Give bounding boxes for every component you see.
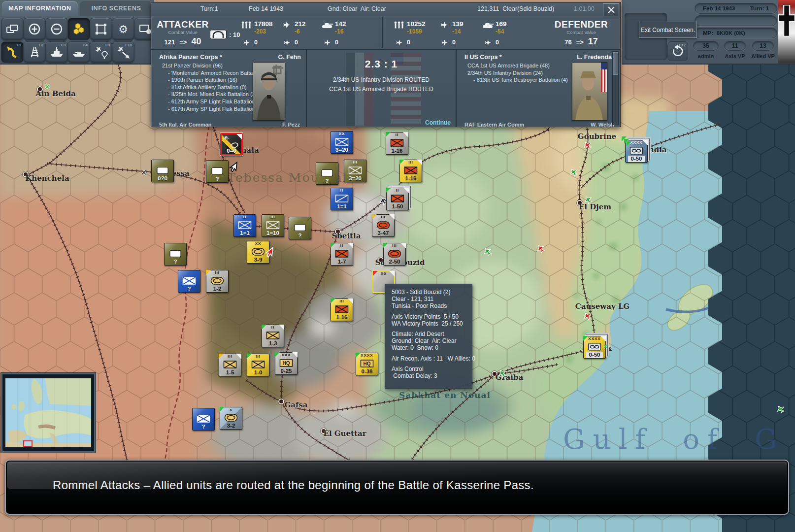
scrollbar[interactable]	[612, 51, 619, 125]
unit-counter[interactable]: XXXHQ0-25	[275, 352, 298, 375]
tooltip-line: Air Recon. Axis : 11 W Allies: 0	[392, 355, 472, 362]
axis-vp-button[interactable]: 11	[724, 41, 746, 51]
supply-ok-corner	[220, 407, 225, 412]
unit-counter[interactable]: III1-16	[331, 299, 353, 321]
unit-counter[interactable]: ?	[289, 217, 311, 239]
tab-map-information[interactable]: MAP INFORMATION	[2, 1, 78, 16]
allied-vp-button[interactable]: 13	[752, 41, 774, 51]
combat-stats-strip: ATTACKER Combat Value 121 => 40 : 10 178…	[151, 16, 620, 49]
admin-button[interactable]: 35	[693, 41, 719, 51]
unit-counter[interactable]: 0?0	[151, 160, 174, 182]
unit-counter[interactable]: x3-2	[220, 407, 242, 430]
stack-corner	[348, 299, 353, 304]
end-turn-button[interactable]: F12	[667, 41, 688, 61]
unit-counter[interactable]: II1=1	[233, 214, 256, 237]
combat-result-line: CCA 1st US Armored Brigade ROUTED	[307, 85, 456, 94]
frame-select-button[interactable]	[90, 18, 112, 40]
scrollbar-thumb[interactable]	[613, 52, 618, 75]
mouse-cursor	[230, 162, 241, 176]
town-label: Ain Beida	[35, 89, 76, 98]
unit-counter[interactable]: II1-3	[262, 325, 284, 347]
frame-select-icon	[95, 23, 107, 35]
defender-commander-portrait	[572, 62, 607, 121]
unit-counter[interactable]: III1-5	[219, 354, 241, 376]
tooltip-line: Axis Control	[392, 366, 472, 372]
defender-cv-label: Combat Value	[548, 30, 614, 35]
unit-counter[interactable]: XXXX0-50✕	[583, 336, 606, 359]
stack-corner	[403, 132, 408, 137]
close-button[interactable]	[603, 3, 619, 16]
supply-ok-corner	[383, 243, 388, 248]
combat-result-line: 2/34th US Infantry Division ROUTED	[307, 75, 456, 85]
unit-counter[interactable]: II1=1	[331, 188, 353, 210]
settings-button[interactable]: ⚙	[112, 18, 134, 40]
zoom-in-icon	[28, 23, 41, 35]
minimap-europe	[5, 378, 91, 447]
attacker-commander-name: G. Fehn	[278, 54, 301, 61]
supply-ok-corner	[331, 243, 335, 248]
supply-ok-corner	[275, 352, 280, 357]
allied-vp-button-label: Allied VP	[751, 53, 775, 59]
unit-counter[interactable]: III1-0	[247, 354, 269, 376]
supply-ok-corner	[399, 160, 404, 165]
unit-counter[interactable]: II1-50	[386, 188, 409, 210]
air-drop-button[interactable]: F9	[90, 41, 112, 63]
unit-counter[interactable]: III1=10	[262, 214, 284, 237]
combat-results-window: Turn:1 Feb 14 1943 Gnd: Clear Air: Clear…	[151, 2, 621, 127]
unit-counter[interactable]: XXXX0-50	[625, 140, 648, 163]
movement-path-button[interactable]: F1	[1, 41, 24, 63]
naval-transport-button[interactable]: F3	[45, 41, 68, 63]
event-message-bar: Rommel Attacks – Allied units are routed…	[5, 460, 789, 515]
axis-phase-banner	[778, 0, 795, 64]
unit-counter[interactable]: -R-0=0	[220, 133, 243, 156]
unit-counter[interactable]: ?	[316, 162, 338, 185]
tooltip-line: WA Victory Points 25 / 250	[392, 320, 472, 327]
tooltip-line	[392, 327, 472, 331]
unit-counter[interactable]: III2-50	[383, 243, 406, 266]
unit-counter[interactable]: II1-16	[386, 132, 408, 155]
unit-counter[interactable]: III3=20	[344, 160, 366, 182]
tab-info-screens[interactable]: INFO SCREENS	[80, 1, 153, 16]
supply-ok-corner	[247, 354, 252, 359]
unit-counter[interactable]: ?	[192, 408, 215, 431]
combat-window-header: Turn:1 Feb 14 1943 Gnd: Clear Air: Clear…	[151, 2, 620, 16]
air-transfer-button[interactable]: F10	[112, 41, 134, 63]
exit-combat-tooltip: Exit Combat Screen.	[639, 22, 697, 38]
stack-corner	[403, 188, 409, 193]
tooltip-line: Water: 0 Snow: 0	[392, 344, 472, 351]
supply-icon	[209, 29, 227, 40]
unit-counter[interactable]: III3-47	[372, 214, 395, 237]
sea-movement-button[interactable]: F4	[67, 41, 90, 63]
town-label: Goubrine	[578, 132, 616, 141]
attacker-commander-portrait	[253, 62, 285, 121]
svg-text:HQ: HQ	[364, 361, 371, 366]
tooltip-line	[392, 310, 472, 313]
hex-grid-icon	[72, 22, 86, 36]
attacker-cv-label: Combat Value	[155, 30, 210, 35]
unit-counter[interactable]: II1-7	[331, 243, 353, 266]
defender-corps-name: II US Corps *	[464, 54, 502, 61]
hex-grid-toggle-button[interactable]	[67, 18, 90, 40]
unit-counter[interactable]: XX3=20	[331, 131, 353, 154]
minimap-viewport[interactable]	[24, 441, 32, 446]
town-label: Gafsa	[284, 400, 307, 409]
tooltip-line: Ground: Clear Air: Clear	[392, 337, 472, 344]
zoom-out-icon	[50, 23, 63, 35]
unit-counter[interactable]: ?	[164, 243, 187, 266]
minimap[interactable]	[1, 373, 96, 453]
zoom-out-button[interactable]	[45, 18, 68, 40]
defender-force-panel: II US Corps * L. Fredendall CCA 1st US A…	[457, 50, 620, 127]
unit-counter[interactable]: III1-16	[399, 160, 422, 182]
air-mission-marker	[498, 369, 507, 380]
stacked-windows-button[interactable]	[1, 18, 24, 40]
stack-corner	[292, 352, 298, 358]
unit-counter[interactable]: III1-2	[206, 270, 229, 293]
continue-button[interactable]: Continue	[425, 119, 451, 126]
force-list-item: 2/34th US Infantry Division (24)	[467, 69, 568, 77]
rail-transport-button[interactable]: F2	[23, 41, 46, 63]
zoom-in-button[interactable]	[23, 18, 46, 40]
unit-counter[interactable]: XXXXHQ0-38	[356, 353, 378, 375]
unit-counter[interactable]: ?	[206, 160, 229, 183]
alert-corner	[373, 271, 378, 276]
unit-counter[interactable]: ?	[178, 270, 200, 293]
